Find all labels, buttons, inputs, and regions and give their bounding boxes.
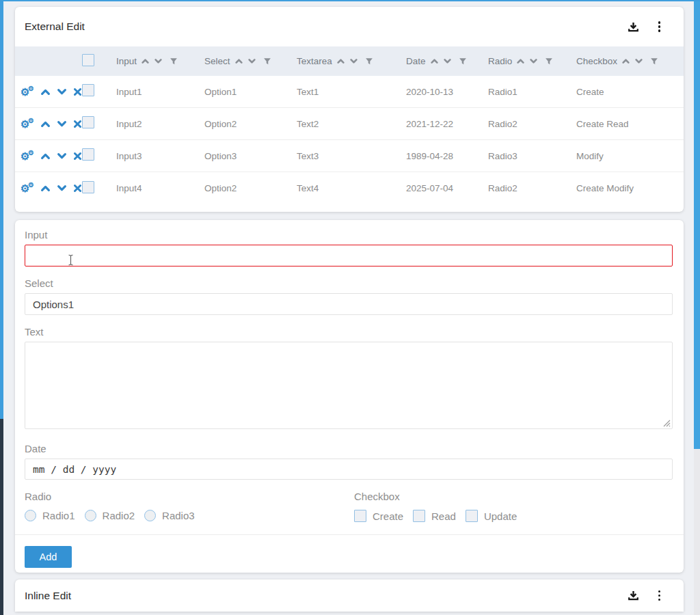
sort-asc-icon[interactable] — [234, 57, 243, 66]
filter-icon[interactable] — [650, 57, 658, 66]
cell-textarea: Text4 — [297, 183, 406, 193]
filter-icon[interactable] — [365, 57, 373, 66]
move-down-icon[interactable] — [57, 119, 67, 129]
table-header-row: Input Select Textarea Date Radio — [15, 46, 684, 76]
cell-checkbox: Create — [576, 87, 684, 97]
row-actions: ⚙⚙ — [15, 182, 82, 194]
sort-asc-icon[interactable] — [516, 57, 525, 66]
select-field[interactable]: Options1 — [25, 293, 673, 315]
column-label: Select — [204, 56, 230, 66]
text-area-field[interactable] — [25, 342, 673, 429]
select-label: Select — [25, 277, 674, 289]
cell-select: Option2 — [204, 119, 297, 129]
more-options-icon[interactable] — [656, 589, 664, 603]
inline-edit-card: Inline Edit — [15, 579, 684, 612]
checkbox[interactable] — [413, 510, 425, 522]
date-field[interactable]: mm / dd / yyyy — [25, 459, 673, 480]
sort-asc-icon[interactable] — [336, 57, 345, 66]
sort-asc-icon[interactable] — [621, 57, 630, 66]
filter-icon[interactable] — [459, 57, 467, 66]
filter-icon[interactable] — [263, 57, 271, 66]
row-checkbox[interactable] — [82, 116, 94, 128]
column-header-radio: Radio — [488, 56, 576, 66]
sort-desc-icon[interactable] — [247, 57, 256, 66]
checkbox[interactable] — [354, 510, 366, 522]
resize-handle-icon[interactable] — [663, 420, 671, 427]
checkbox-option-label: Read — [431, 510, 456, 522]
row-actions: ⚙⚙ — [15, 118, 82, 130]
download-icon[interactable] — [628, 21, 639, 33]
row-actions: ⚙⚙ — [15, 86, 82, 98]
radio-group: Radio1 Radio2 Radio3 — [25, 510, 354, 521]
cell-date: 1989-04-28 — [406, 151, 488, 161]
column-header-input: Input — [116, 56, 204, 66]
settings-cogs-icon[interactable]: ⚙⚙ — [21, 150, 34, 162]
top-accent-line — [0, 0, 700, 1]
settings-cogs-icon[interactable]: ⚙⚙ — [21, 86, 34, 98]
cell-date: 2025-07-04 — [406, 183, 488, 193]
move-up-icon[interactable] — [40, 87, 51, 97]
card-title: Inline Edit — [25, 590, 71, 602]
card-title: External Edit — [25, 20, 85, 33]
checkbox-option-label: Create — [373, 510, 403, 522]
radio-button[interactable] — [25, 510, 36, 521]
sort-asc-icon[interactable] — [141, 57, 150, 66]
sort-desc-icon[interactable] — [634, 57, 643, 66]
input-field[interactable] — [25, 245, 673, 266]
row-actions: ⚙⚙ — [15, 150, 82, 162]
settings-cogs-icon[interactable]: ⚙⚙ — [21, 118, 34, 130]
cell-textarea: Text2 — [297, 119, 406, 129]
move-down-icon[interactable] — [57, 87, 67, 97]
select-all-cell — [82, 54, 116, 69]
select-value: Options1 — [33, 299, 74, 310]
more-options-icon[interactable] — [656, 20, 664, 33]
sort-desc-icon[interactable] — [154, 57, 163, 66]
delete-x-icon[interactable] — [73, 120, 82, 128]
cell-date: 2020-10-13 — [406, 87, 488, 97]
table-row: ⚙⚙ Input1 Option1 Text1 2020-10-13 Radio… — [15, 76, 684, 108]
radio-button[interactable] — [144, 510, 156, 521]
move-up-icon[interactable] — [40, 183, 51, 193]
table-row: ⚙⚙ Input2 Option2 Text2 2021-12-22 Radio… — [15, 108, 684, 140]
column-label: Checkbox — [576, 56, 617, 66]
download-icon[interactable] — [628, 590, 639, 601]
radio-button[interactable] — [85, 510, 96, 521]
left-scrollbar-thumb[interactable] — [0, 0, 3, 419]
checkbox-option-label: Update — [484, 510, 517, 522]
delete-x-icon[interactable] — [73, 152, 82, 161]
row-checkbox[interactable] — [82, 84, 94, 96]
add-button[interactable]: Add — [25, 546, 72, 568]
move-up-icon[interactable] — [40, 119, 51, 129]
cell-date: 2021-12-22 — [406, 119, 488, 129]
move-down-icon[interactable] — [57, 151, 67, 161]
text-label: Text — [25, 326, 674, 338]
move-up-icon[interactable] — [40, 151, 51, 161]
select-all-checkbox[interactable] — [82, 54, 94, 66]
column-label: Date — [406, 56, 426, 66]
sort-desc-icon[interactable] — [529, 57, 538, 66]
cell-select: Option1 — [204, 87, 297, 97]
cell-input: Input3 — [116, 151, 204, 161]
settings-cogs-icon[interactable]: ⚙⚙ — [21, 182, 34, 194]
divider — [15, 534, 684, 535]
delete-x-icon[interactable] — [73, 87, 82, 96]
right-scrollbar-thumb[interactable] — [694, 0, 700, 449]
cell-checkbox: Create Modify — [576, 183, 684, 193]
sort-asc-icon[interactable] — [430, 57, 439, 66]
move-down-icon[interactable] — [57, 183, 67, 193]
filter-icon[interactable] — [170, 57, 178, 66]
row-checkbox[interactable] — [82, 181, 94, 193]
radio-group-label: Radio — [25, 491, 354, 502]
checkbox[interactable] — [466, 510, 478, 522]
sort-desc-icon[interactable] — [443, 57, 452, 66]
row-checkbox[interactable] — [82, 148, 94, 161]
filter-icon[interactable] — [545, 57, 553, 66]
delete-x-icon[interactable] — [73, 184, 82, 193]
radio-option-label: Radio2 — [103, 510, 135, 521]
sort-desc-icon[interactable] — [349, 57, 358, 66]
column-label: Input — [116, 56, 137, 66]
radio-option-label: Radio1 — [42, 510, 75, 521]
checkbox-group: Create Read Update — [354, 510, 526, 522]
cell-select: Option2 — [204, 183, 297, 193]
column-header-textarea: Textarea — [297, 56, 406, 66]
